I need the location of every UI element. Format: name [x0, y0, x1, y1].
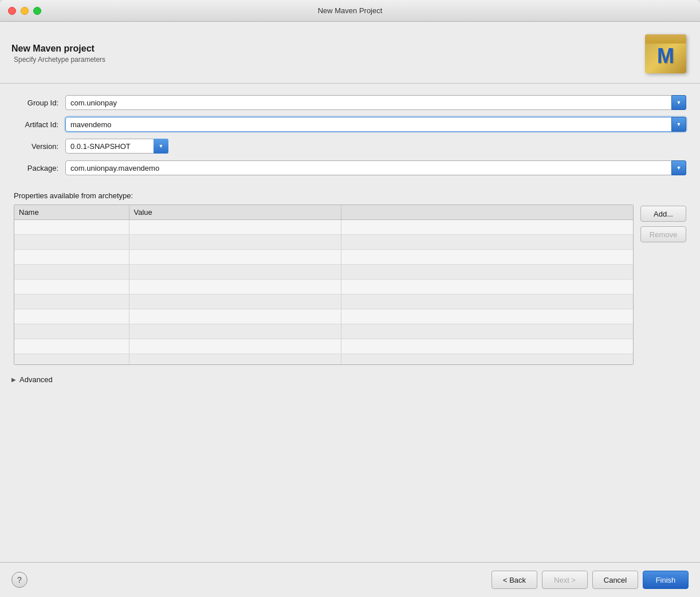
group-id-dropdown-arrow[interactable]	[671, 95, 686, 110]
table-cell-name	[14, 220, 129, 235]
form-section: Group Id: Artifact Id: Version:	[0, 84, 700, 188]
table-cell-name	[14, 250, 129, 265]
table-cell-value	[129, 250, 341, 265]
package-input-wrap	[65, 160, 686, 175]
close-button[interactable]	[8, 7, 16, 15]
package-row: Package:	[14, 160, 686, 175]
table-cell-value	[129, 339, 341, 354]
cancel-button[interactable]: Cancel	[592, 571, 638, 589]
table-cell-value	[129, 235, 341, 250]
table-cell-name	[14, 265, 129, 280]
advanced-expand-icon: ▶	[11, 376, 16, 383]
properties-label: Properties available from archetype:	[14, 191, 686, 200]
advanced-label: Advanced	[19, 375, 53, 384]
table-row[interactable]	[14, 250, 633, 265]
window-title: New Maven Project	[318, 6, 383, 15]
table-cell-name	[14, 339, 129, 354]
header-text: New Maven project Specify Archetype para…	[11, 44, 105, 64]
table-cell-extra	[341, 309, 633, 324]
table-cell-extra	[341, 280, 633, 294]
table-cell-extra	[341, 324, 633, 339]
remove-button[interactable]: Remove	[640, 226, 686, 242]
help-button[interactable]: ?	[11, 572, 27, 588]
back-button[interactable]: < Back	[491, 571, 537, 589]
page-title: New Maven project	[11, 44, 105, 54]
group-id-input-wrap	[65, 95, 686, 110]
table-cell-name	[14, 309, 129, 324]
table-cell-value	[129, 280, 341, 294]
package-dropdown-arrow[interactable]	[671, 160, 686, 175]
table-row[interactable]	[14, 280, 633, 294]
maximize-button[interactable]	[33, 7, 41, 15]
table-cell-name	[14, 235, 129, 250]
group-id-input[interactable]	[65, 95, 686, 110]
table-row[interactable]	[14, 324, 633, 339]
table-cell-extra	[341, 354, 633, 366]
artifact-id-label: Artifact Id:	[14, 120, 65, 129]
properties-area: Name Value	[14, 205, 686, 365]
next-button[interactable]: Next >	[542, 571, 588, 589]
table-row[interactable]	[14, 339, 633, 354]
artifact-id-input-wrap	[65, 117, 686, 132]
package-input[interactable]	[65, 160, 686, 175]
table-cell-extra	[341, 235, 633, 250]
window: New Maven Project New Maven project Spec…	[0, 0, 700, 597]
table-cell-value	[129, 294, 341, 309]
content: New Maven project Specify Archetype para…	[0, 22, 700, 597]
version-row: Version: 0.0.1-SNAPSHOT	[14, 139, 686, 154]
footer-section: ? < Back Next > Cancel Finish	[0, 562, 700, 597]
traffic-lights	[8, 7, 41, 15]
table-cell-extra	[341, 294, 633, 309]
version-select-wrap: 0.0.1-SNAPSHOT	[65, 139, 168, 154]
advanced-section: ▶ Advanced	[0, 371, 700, 388]
table-cell-value	[129, 265, 341, 280]
group-id-row: Group Id:	[14, 95, 686, 110]
finish-button[interactable]: Finish	[643, 571, 689, 589]
table-cell-name	[14, 294, 129, 309]
properties-table-wrap: Name Value	[14, 205, 634, 365]
table-row[interactable]	[14, 294, 633, 309]
table-cell-value	[129, 309, 341, 324]
table-cell-extra	[341, 250, 633, 265]
artifact-id-dropdown-arrow[interactable]	[671, 117, 686, 132]
artifact-id-row: Artifact Id:	[14, 117, 686, 132]
maven-logo: M	[645, 34, 686, 73]
table-row[interactable]	[14, 265, 633, 280]
table-row[interactable]	[14, 309, 633, 324]
minimize-button[interactable]	[21, 7, 29, 15]
properties-section: Properties available from archetype: Nam…	[0, 188, 700, 371]
page-subtitle: Specify Archetype parameters	[11, 56, 105, 64]
table-row[interactable]	[14, 235, 633, 250]
header-section: New Maven project Specify Archetype para…	[0, 22, 700, 84]
col-extra-header	[341, 205, 633, 220]
table-buttons: Add... Remove	[640, 205, 686, 365]
table-cell-value	[129, 324, 341, 339]
table-header-row: Name Value	[14, 205, 633, 220]
table-cell-value	[129, 220, 341, 235]
table-row[interactable]	[14, 220, 633, 235]
table-cell-value	[129, 354, 341, 366]
table-cell-extra	[341, 220, 633, 235]
footer-buttons: < Back Next > Cancel Finish	[491, 571, 689, 589]
title-bar: New Maven Project	[0, 0, 700, 22]
version-label: Version:	[14, 142, 65, 151]
add-button[interactable]: Add...	[640, 206, 686, 222]
package-label: Package:	[14, 164, 65, 172]
artifact-id-input[interactable]	[65, 117, 686, 132]
table-cell-extra	[341, 265, 633, 280]
table-cell-name	[14, 354, 129, 366]
group-id-label: Group Id:	[14, 99, 65, 107]
properties-table: Name Value	[14, 205, 633, 365]
maven-icon: M	[643, 32, 689, 75]
advanced-toggle[interactable]: ▶ Advanced	[11, 375, 686, 384]
col-name-header: Name	[14, 205, 129, 220]
maven-letter: M	[657, 44, 674, 68]
table-row[interactable]	[14, 354, 633, 366]
table-cell-extra	[341, 339, 633, 354]
footer-left: ?	[11, 572, 27, 588]
help-icon: ?	[17, 575, 22, 584]
table-cell-name	[14, 324, 129, 339]
version-select[interactable]: 0.0.1-SNAPSHOT	[65, 139, 168, 154]
table-cell-name	[14, 280, 129, 294]
col-value-header: Value	[129, 205, 341, 220]
